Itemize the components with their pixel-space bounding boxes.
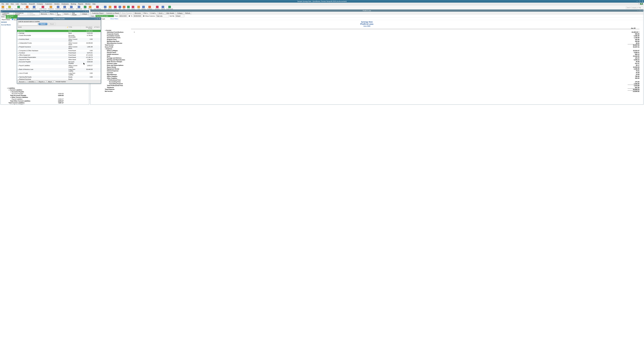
pl-row[interactable]: Consulting Expense1,300.00 <box>105 83 640 84</box>
coa-row[interactable]: ◆FurnitureFixed Asset9,870.41 <box>17 52 101 54</box>
bs-row[interactable]: Other Current Liabilities <box>7 96 65 98</box>
reports-menu-button[interactable]: Reports ▼ <box>38 80 46 83</box>
toolbar-snapshots[interactable]: Snapshots <box>47 6 54 9</box>
bs-row[interactable]: Long Term Liabilities <box>7 104 65 104</box>
menu-company[interactable]: Company <box>36 3 44 5</box>
toolbar-customers[interactable]: Customers <box>54 6 62 9</box>
toolbar-income-tracker[interactable]: Income Tracker <box>14 6 24 9</box>
calendar-icon[interactable]: ▦ <box>129 15 130 17</box>
collapse-icon[interactable] <box>107 80 108 80</box>
collapse-icon[interactable] <box>105 49 106 49</box>
coa-row[interactable]: ◆SavingsBank5,624.00 <box>17 32 101 34</box>
pl-row[interactable]: Professional Fees <box>105 79 640 81</box>
minimize-icon[interactable]: — <box>94 18 96 20</box>
include-inactive-checkbox[interactable]: Include inactive <box>54 81 66 83</box>
pl-row[interactable]: Total Professional Fees1,575.00 <box>105 84 640 86</box>
collapse-icon[interactable] <box>10 97 11 98</box>
from-date-input[interactable] <box>119 15 128 17</box>
coa-row[interactable]: ◆Grants ReceivableAccounts Receivable-5,… <box>17 34 101 38</box>
menu-help[interactable]: Help <box>92 3 96 5</box>
collapse-icon[interactable] <box>10 92 11 92</box>
toolbar-docs[interactable]: Docs <box>83 6 87 9</box>
pl-row[interactable]: Dues and Subscriptions45.17 <box>105 64 640 66</box>
col-attach[interactable]: ATTACH <box>94 26 99 30</box>
minimize-icon[interactable]: — <box>83 11 84 12</box>
print-button[interactable]: Print▼ <box>142 12 149 14</box>
bs-row[interactable]: Total Other Current Liabilities2,833.27 <box>7 100 65 102</box>
menu-edit[interactable]: Edit <box>5 3 10 5</box>
toolbar-user-licenses[interactable]: User Licenses <box>93 6 102 9</box>
bs-row[interactable]: Total Current Liabilities7,687.27 <box>7 102 65 104</box>
collapse-icon[interactable] <box>105 30 106 31</box>
col-name[interactable]: NAME <box>17 26 66 30</box>
memorize-button[interactable]: Memorize <box>134 12 142 14</box>
pl-row[interactable]: Government Grants1,700.00 <box>105 37 640 38</box>
toolbar-reports[interactable]: Reports <box>87 6 93 9</box>
coa-row[interactable]: ◆Inventory AssetOther Current Asset0.00 <box>17 38 101 42</box>
coa-row[interactable]: ◆Prepaid InsuranceOther Current Asset1,8… <box>17 46 101 49</box>
pl-row[interactable]: Other Supplies300.00 <box>105 77 640 79</box>
toolbar-memtx[interactable]: MemTx <box>107 6 113 9</box>
reminder-icon[interactable]: ↻ <box>638 3 640 5</box>
menu-nonprofit[interactable]: Nonprofit <box>28 3 36 5</box>
pl-row[interactable]: Equipment Rental2,286.96 <box>105 68 640 70</box>
collapse-button[interactable]: Collapse <box>80 13 88 15</box>
search-input[interactable] <box>626 6 643 9</box>
menu-customers[interactable]: Customers <box>44 3 53 5</box>
pl-row[interactable]: Corporate Grants500.00 <box>105 33 640 35</box>
menu-employees[interactable]: Employees <box>60 3 70 5</box>
menu-banking[interactable]: Banking <box>70 3 77 5</box>
pl-row[interactable]: Licenses25.00 <box>105 72 640 73</box>
coa-row[interactable]: ◆Opening Bal EquityEquity0.00 <box>17 76 101 78</box>
close-icon[interactable]: ✕ <box>87 11 89 12</box>
coa-row[interactable]: ◆Line of CreditLong Term Liability0.00 <box>17 72 101 76</box>
coa-row[interactable]: ◆Bank of America LoanLong Term Liability… <box>17 68 101 72</box>
toolbar-employees[interactable]: Employees <box>68 6 75 9</box>
menu-window[interactable]: Window <box>84 3 92 5</box>
minimize-icon[interactable]: — <box>637 10 639 11</box>
reset-button[interactable]: Reset <box>48 23 56 25</box>
pl-row[interactable]: Foundation Grants6,485.00 <box>105 35 640 37</box>
memorize-button[interactable]: Memorize <box>40 13 48 15</box>
attach-button[interactable]: Attach <box>47 80 53 83</box>
menu-lists[interactable]: Lists <box>15 3 20 5</box>
search-button[interactable]: Search <box>38 23 47 25</box>
col-balance[interactable]: BALANCE TOTAL <box>81 26 94 30</box>
pl-row[interactable]: Printing and Reproduction5,599.24 <box>105 59 640 61</box>
pl-row[interactable]: Expense <box>105 48 640 50</box>
maximize-icon[interactable]: ☐ <box>639 10 641 11</box>
pl-row[interactable]: Space Rental10,050.00 <box>105 66 640 68</box>
pl-row[interactable]: Postage and Delivery125.33 <box>105 57 640 59</box>
pl-row[interactable]: Total Income50,307.01 <box>105 44 640 46</box>
account-menu-button[interactable]: Account ▼ <box>18 80 27 83</box>
close-icon[interactable]: ✕ <box>642 0 644 2</box>
e-mail-button[interactable]: E-mail▼ <box>150 12 157 14</box>
pl-row[interactable]: Membership Dues250.00 <box>105 40 640 42</box>
excel-button[interactable]: Excel▼ <box>63 13 70 15</box>
pl-row[interactable]: Income <box>105 29 640 31</box>
show-filters-link[interactable]: Show Filters <box>110 18 118 19</box>
close-icon[interactable]: ✕ <box>98 18 100 20</box>
toolbar-rmnd[interactable]: Rmnd <box>131 6 135 9</box>
pl-row[interactable]: Gross Profit50,307.01 <box>105 46 640 48</box>
sort-by-combo[interactable]: Default <box>175 15 184 17</box>
coa-row[interactable]: ◆Undeposited FundsOther Current Asset18,… <box>17 42 101 46</box>
hide-header-button[interactable]: Hide Header <box>165 12 176 14</box>
notification-badge[interactable]: 48 <box>640 3 643 5</box>
e-mail-button[interactable]: E-mail▼ <box>56 12 63 16</box>
toolbar-item[interactable]: Item <box>103 6 107 9</box>
toolbar-reg[interactable]: Reg <box>122 6 126 9</box>
col-active-icon[interactable]: ⚡ <box>66 26 68 30</box>
pl-row[interactable]: Office Supplies796.00 <box>105 75 640 77</box>
share-template-button[interactable]: Share Template <box>121 12 133 14</box>
col-type[interactable]: TYPE <box>68 26 81 30</box>
toolbar-credit-cards[interactable]: Credit Cards <box>166 6 174 9</box>
toolbar-bill-tracker[interactable]: Bill Tracker <box>24 6 31 9</box>
menu-view[interactable]: View <box>10 3 15 5</box>
pl-row[interactable]: Miscellaneous14.00 <box>105 73 640 75</box>
pl-row[interactable]: Individual Contributions41,005.00◄ <box>105 31 640 33</box>
pl-row[interactable]: Payroll Taxes3,269.21 <box>105 51 640 53</box>
toolbar-home[interactable]: Home <box>0 6 5 9</box>
menu-vendors[interactable]: Vendors <box>53 3 60 5</box>
toolbar-bill[interactable]: Bill <box>118 6 122 9</box>
